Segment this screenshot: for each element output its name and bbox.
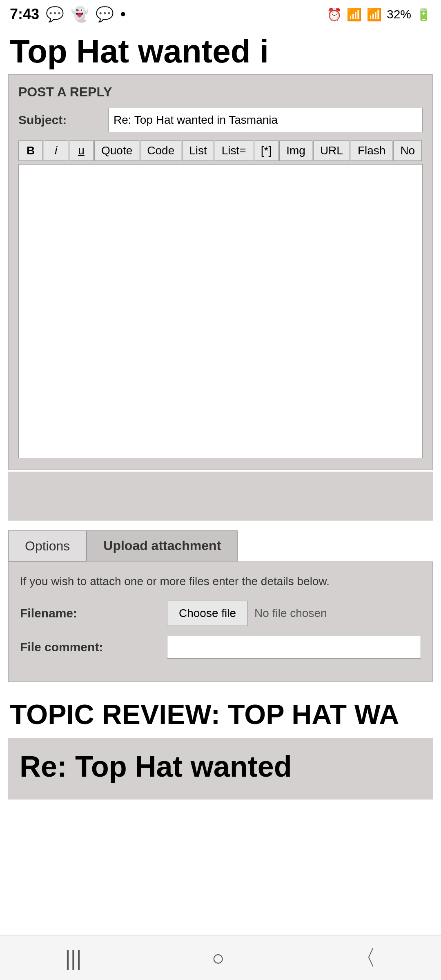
page-title-bar: Top Hat wanted i	[0, 29, 441, 74]
file-comment-label: File comment:	[20, 640, 167, 654]
underline-button[interactable]: u	[69, 140, 94, 161]
status-left: 7:43 💬 👻 💬 •	[10, 6, 126, 23]
page-title: Top Hat wanted i	[10, 33, 431, 70]
file-comment-row: File comment:	[20, 636, 421, 659]
topic-review-section: TOPIC REVIEW: TOP HAT WA	[0, 682, 441, 738]
filename-label: Filename:	[20, 606, 167, 620]
battery-icon: 🔋	[416, 7, 431, 22]
message-icon: 💬	[46, 6, 64, 23]
battery-percent: 32%	[387, 7, 411, 21]
no-file-label: No file chosen	[254, 607, 327, 620]
quote-button[interactable]: Quote	[94, 140, 139, 161]
message-textarea[interactable]	[18, 164, 423, 458]
url-button[interactable]: URL	[313, 140, 350, 161]
tab-upload-attachment[interactable]: Upload attachment	[87, 530, 238, 561]
img-button[interactable]: Img	[279, 140, 312, 161]
wifi-icon: 📶	[347, 7, 362, 22]
home-icon[interactable]: ○	[212, 946, 225, 970]
attachment-info: If you wish to attach one or more files …	[20, 573, 421, 589]
spacer-block	[8, 472, 433, 521]
signal-icon: 📶	[367, 7, 382, 22]
tabs-container: Options Upload attachment If you wish to…	[8, 530, 433, 682]
topic-review-title: TOPIC REVIEW: TOP HAT WA	[10, 698, 431, 730]
re-block: Re: Top Hat wanted	[8, 738, 433, 800]
bottom-nav: ||| ○ 〈	[0, 935, 441, 980]
listitem-button[interactable]: [*]	[254, 140, 278, 161]
back-icon[interactable]: 〈	[355, 944, 376, 972]
formatting-toolbar: B i u Quote Code List List= [*] Img URL …	[18, 140, 423, 161]
whatsapp-icon: 💬	[96, 6, 114, 23]
status-bar: 7:43 💬 👻 💬 • ⏰ 📶 📶 32% 🔋	[0, 0, 441, 29]
snapchat-icon: 👻	[71, 6, 89, 23]
filename-field: Choose file No file chosen	[167, 601, 421, 626]
italic-button[interactable]: i	[44, 140, 68, 161]
no-button[interactable]: No	[393, 140, 422, 161]
time-display: 7:43	[10, 6, 39, 23]
flash-button[interactable]: Flash	[351, 140, 392, 161]
file-comment-input[interactable]	[167, 636, 421, 659]
tabs-row: Options Upload attachment	[8, 530, 433, 561]
subject-label: Subject:	[18, 113, 108, 127]
code-button[interactable]: Code	[140, 140, 181, 161]
re-title: Re: Top Hat wanted	[20, 750, 421, 783]
recent-apps-icon[interactable]: |||	[65, 946, 82, 970]
attachment-panel: If you wish to attach one or more files …	[8, 561, 433, 682]
choose-file-button[interactable]: Choose file	[167, 601, 248, 626]
subject-input[interactable]	[108, 108, 423, 132]
alarm-icon: ⏰	[327, 7, 342, 22]
tab-options[interactable]: Options	[8, 530, 87, 561]
status-right: ⏰ 📶 📶 32% 🔋	[327, 7, 431, 22]
post-reply-container: POST A REPLY Subject: B i u Quote Code L…	[8, 74, 433, 470]
file-comment-field	[167, 636, 421, 659]
filename-row: Filename: Choose file No file chosen	[20, 601, 421, 626]
list-button[interactable]: List	[182, 140, 214, 161]
subject-row: Subject:	[18, 108, 423, 132]
post-reply-title: POST A REPLY	[18, 85, 423, 100]
bold-button[interactable]: B	[18, 140, 43, 161]
dot-icon: •	[120, 6, 126, 23]
list-equals-button[interactable]: List=	[215, 140, 253, 161]
